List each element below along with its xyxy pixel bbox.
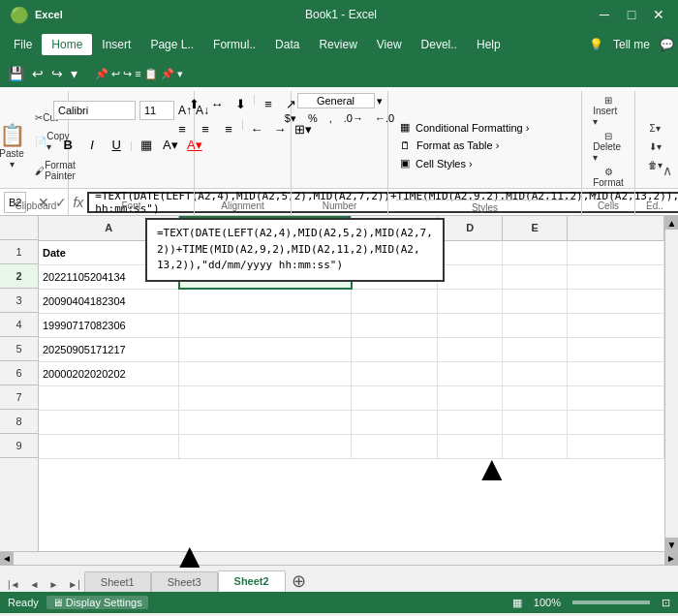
save-qa-btn[interactable]: 💾 [8,66,24,81]
indent-decrease-btn[interactable]: ← [246,118,267,139]
horizontal-scrollbar[interactable]: ◄ ► [0,551,678,565]
cell-A9[interactable] [39,434,179,458]
cell-D6[interactable] [438,361,503,385]
cell-B9[interactable] [179,434,352,458]
cell-styles-btn[interactable]: ▣ Cell Styles › [396,155,573,171]
number-format-dropdown-icon[interactable]: ▾ [377,95,383,108]
cell-A6[interactable]: 20000202020202 [39,361,179,385]
cell-E2[interactable] [503,264,568,289]
align-top-btn[interactable]: ⬆ [183,93,204,114]
delete-btn[interactable]: ⊟ Delete ▾ [589,129,628,165]
font-name-input[interactable] [53,101,136,120]
tab-first-btn[interactable]: |◄ [4,577,24,592]
cell-D8[interactable] [438,410,503,434]
row-6[interactable]: 6 [0,361,38,385]
zoom-fit-btn[interactable]: ⊡ [662,597,670,609]
tab-next-btn[interactable]: ► [45,577,62,592]
align-middle-btn[interactable]: ↔ [206,93,228,114]
menu-review[interactable]: Review [309,34,366,55]
cell-C9[interactable] [352,434,438,458]
row-5[interactable]: 5 [0,337,38,361]
cell-D3[interactable] [438,289,503,313]
cell-A7[interactable] [39,385,179,410]
cell-B6[interactable] [179,361,352,385]
align-left-btn[interactable]: ≡ [171,118,193,139]
add-sheet-btn[interactable]: ⊕ [292,570,306,592]
comma-btn[interactable]: , [324,110,337,127]
tab-sheet3[interactable]: Sheet3 [151,571,218,592]
tab-sheet2[interactable]: Sheet2 [218,570,286,592]
row-1[interactable]: 1 [0,240,38,264]
scroll-up-btn[interactable]: ▲ [665,216,678,230]
menu-formulas[interactable]: Formul.. [203,34,265,55]
redo-qa-btn[interactable]: ↪ [51,66,63,81]
format-as-table-btn[interactable]: 🗒 Format as Table › [396,138,573,153]
tab-last-btn[interactable]: ►| [64,577,84,592]
number-format-display[interactable]: General [297,93,375,108]
share-icon[interactable]: 💬 [660,38,674,51]
cell-E7[interactable] [503,385,568,410]
cell-E4[interactable] [503,313,568,337]
vertical-scrollbar[interactable]: ▲ ▼ [664,216,678,551]
cell-D9[interactable] [438,434,503,458]
cell-E9[interactable] [503,434,568,458]
ribbon-collapse-btn[interactable]: ∧ [663,163,672,178]
bold-btn[interactable]: B [57,135,78,156]
scroll-down-btn[interactable]: ▼ [665,538,678,551]
cell-A5[interactable]: 20250905171217 [39,337,179,361]
maximize-btn[interactable]: □ [622,7,641,22]
col-header-E[interactable]: E [503,216,568,240]
percent-btn[interactable]: % [303,110,323,127]
menu-file[interactable]: File [4,34,42,55]
cell-B7[interactable] [179,385,352,410]
cell-E3[interactable] [503,289,568,313]
format-btn[interactable]: ⚙ Format ▾ [589,165,628,200]
row-8[interactable]: 8 [0,410,38,434]
wrap-text-btn[interactable]: ≡ [258,93,279,114]
row-2[interactable]: 2 [0,264,38,289]
cell-E5[interactable] [503,337,568,361]
menu-insert[interactable]: Insert [92,34,140,55]
menu-view[interactable]: View [367,34,412,55]
col-header-D[interactable]: D [438,216,503,240]
paste-btn[interactable]: 📋 Paste ▾ [0,123,29,171]
close-btn[interactable]: ✕ [649,7,668,22]
cell-E1[interactable] [503,240,568,264]
cell-D7[interactable] [438,385,503,410]
cell-A4[interactable]: 19990717082306 [39,313,179,337]
align-bottom-btn[interactable]: ⬇ [230,93,251,114]
tell-me-label[interactable]: Tell me [613,38,650,51]
align-center-btn[interactable]: ≡ [195,118,216,139]
border-btn[interactable]: ▦ [136,135,157,156]
undo-qa-btn[interactable]: ↩ [32,66,44,81]
autosum-btn[interactable]: Σ▾ [637,121,672,136]
customize-qa-btn[interactable]: ▾ [71,66,77,81]
cell-B4[interactable] [179,313,352,337]
cell-extra-1[interactable] [568,240,664,264]
cell-A3[interactable]: 20090404182304 [39,289,179,313]
display-settings-btn[interactable]: 🖥 Display Settings [46,596,148,609]
menu-data[interactable]: Data [265,34,309,55]
zoom-slider[interactable] [572,601,650,604]
conditional-formatting-btn[interactable]: ▦ Conditional Formatting › [396,119,573,136]
cell-E6[interactable] [503,361,568,385]
scroll-right-btn[interactable]: ► [664,552,678,566]
cell-E8[interactable] [503,410,568,434]
cell-extra-4[interactable] [568,313,664,337]
menu-home[interactable]: Home [42,34,92,55]
currency-btn[interactable]: $▾ [280,110,301,127]
cell-C4[interactable] [352,313,438,337]
cell-B3[interactable] [179,289,352,313]
minimize-btn[interactable]: ─ [595,7,614,22]
underline-btn[interactable]: U [106,135,127,156]
row-3[interactable]: 3 [0,289,38,313]
decimal-increase-btn[interactable]: .0→ [339,110,368,127]
font-size-input[interactable] [139,101,174,120]
cell-C6[interactable] [352,361,438,385]
cell-D1[interactable] [438,240,503,264]
align-right-btn[interactable]: ≡ [218,118,239,139]
cell-C3[interactable] [352,289,438,313]
row-4[interactable]: 4 [0,313,38,337]
menu-help[interactable]: Help [467,34,510,55]
menu-developer[interactable]: Devel.. [412,34,467,55]
